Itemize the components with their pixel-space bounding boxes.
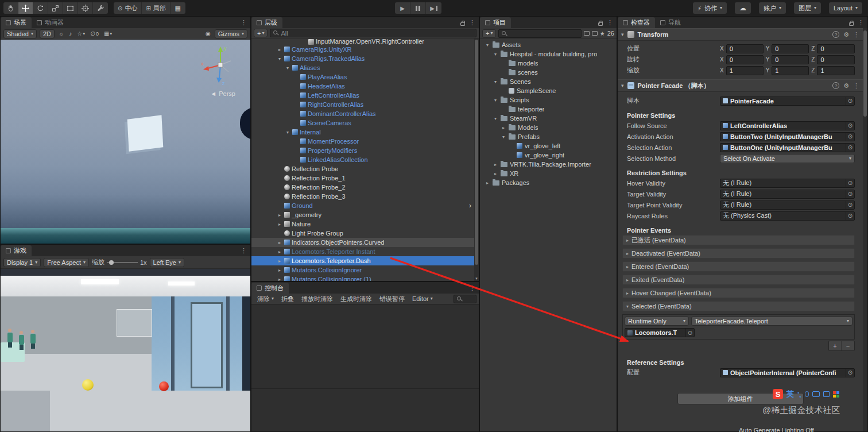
position-x-field[interactable]: 0 — [726, 44, 764, 53]
help-icon[interactable]: ? — [832, 31, 839, 38]
hierarchy-item[interactable]: ▸Locomotors.Teleporter.Dash — [251, 256, 474, 265]
project-item[interactable]: ▾SteamVR — [480, 114, 617, 123]
expand-arrow-icon[interactable]: ▾ — [485, 43, 490, 48]
project-item[interactable]: SampleScene — [480, 86, 617, 95]
expand-arrow-icon[interactable]: ▸ — [277, 268, 282, 273]
scrollbar-thumb[interactable] — [475, 40, 478, 265]
object-picker-icon[interactable]: ⊙ — [846, 369, 854, 377]
foldout-arrow-icon[interactable]: ▸ — [625, 264, 630, 269]
tab-inspector[interactable]: 检查器 — [618, 17, 655, 28]
console-collapse-toggle[interactable]: 折叠 — [278, 294, 297, 304]
game-viewport[interactable] — [1, 269, 250, 431]
object-picker-icon[interactable]: ⊙ — [846, 133, 854, 141]
grid-snap-button[interactable]: ▦ — [170, 2, 185, 14]
event-mode-dropdown[interactable]: Runtime Only ▾ — [625, 317, 689, 326]
zoom-slider[interactable] — [107, 262, 138, 263]
panel-menu-icon[interactable]: ⋮ — [607, 19, 613, 26]
ime-panel-icon[interactable] — [823, 391, 830, 397]
console-editor-dropdown[interactable]: Editor ▾ — [409, 295, 436, 303]
object-picker-icon[interactable]: ⊙ — [846, 144, 854, 152]
expand-arrow-icon[interactable]: ▸ — [277, 249, 282, 254]
event-add-button[interactable]: + — [829, 341, 842, 350]
lock-icon[interactable] — [460, 22, 465, 26]
expand-arrow-icon[interactable]: ▸ — [277, 47, 282, 52]
microphone-icon[interactable] — [805, 391, 809, 397]
expand-arrow-icon[interactable]: ▾ — [493, 116, 498, 121]
tab-hierarchy[interactable]: 层级 — [251, 17, 282, 28]
hierarchy-item[interactable]: Reflection Probe — [251, 164, 474, 173]
rotation-y-field[interactable]: 0 — [772, 55, 809, 64]
tab-animator[interactable]: 动画器 — [32, 17, 69, 28]
project-item[interactable]: ▾Assets — [480, 40, 617, 49]
foldout-arrow-icon[interactable]: ▸ — [625, 291, 630, 296]
rect-tool[interactable] — [63, 2, 78, 14]
transform-tool[interactable] — [78, 2, 93, 14]
expand-arrow-icon[interactable]: ▾ — [285, 65, 290, 71]
layers-dropdown[interactable]: 图层 ▾ — [794, 2, 821, 14]
hierarchy-item[interactable]: LinkedAliasCollection — [251, 155, 474, 164]
project-item[interactable]: ▾Scripts — [480, 95, 617, 105]
hierarchy-item[interactable]: ▸Mutators.CollisionIgnorer (1) — [251, 275, 474, 281]
expand-arrow-icon[interactable]: ▾ — [285, 130, 290, 135]
hierarchy-item[interactable]: ▸CameraRigs.UnityXR — [251, 45, 474, 54]
rotation-z-field[interactable]: 0 — [817, 55, 855, 64]
target-point-validity-field[interactable]: 无 (I Rule) ⊙ — [720, 200, 855, 210]
pause-button[interactable] — [410, 2, 426, 14]
project-item[interactable]: scenes — [480, 68, 617, 77]
search-by-type-icon[interactable] — [584, 31, 590, 36]
event-header[interactable]: ▸Hover Changed (EventData) — [622, 288, 855, 298]
expand-arrow-icon[interactable]: ▾ — [501, 134, 506, 140]
foldout-arrow-icon[interactable]: ▸ — [625, 251, 630, 256]
object-picker-icon[interactable]: ⊙ — [846, 97, 854, 105]
collab-dropdown[interactable]: ⚡ 协作 ▾ — [693, 2, 727, 14]
open-prefab-arrow-icon[interactable]: › — [469, 202, 473, 210]
project-item[interactable]: ▸VRTK.Tilia.Package.Importer — [480, 160, 617, 169]
expand-arrow-icon[interactable]: ▸ — [485, 180, 490, 186]
expand-arrow-icon[interactable]: ▾ — [493, 98, 498, 103]
scale-tool[interactable] — [48, 2, 63, 14]
hierarchy-item[interactable]: Reflection Probe_3 — [251, 192, 474, 201]
audio-toggle-icon[interactable]: ♪ — [68, 30, 73, 37]
event-header-selected[interactable]: ▾ Selected (EventData) — [622, 301, 855, 311]
custom-tool[interactable] — [93, 2, 108, 14]
project-item[interactable]: ▾Scenes — [480, 77, 617, 86]
tab-scene[interactable]: 场景 — [1, 17, 32, 28]
selection-method-dropdown[interactable]: Select On Activate ▾ — [720, 154, 855, 163]
object-picker-icon[interactable]: ⊙ — [846, 201, 854, 209]
console-clear-on-play-toggle[interactable]: 播放时清除 — [298, 294, 336, 304]
pointer-facade-component-header[interactable]: ▾ Pointer Facade （脚本） ? ⚙ ⋮ — [618, 79, 863, 92]
hierarchy-item[interactable]: ▾CameraRigs.TrackedAlias — [251, 54, 474, 63]
cloud-button[interactable]: ☁ — [735, 2, 751, 14]
favorites-star-icon[interactable]: ★ — [600, 30, 605, 37]
project-item[interactable]: teleporter — [480, 105, 617, 114]
object-picker-icon[interactable]: ⊙ — [846, 190, 854, 198]
hierarchy-item[interactable]: ▸Locomotors.Teleporter Instant — [251, 247, 474, 256]
lighting-toggle-icon[interactable]: ☼ — [57, 30, 65, 37]
project-item[interactable]: ▾Hospital - modular building, pro — [480, 49, 617, 59]
hierarchy-scrollbar[interactable]: ▾ — [474, 38, 479, 281]
2d-toggle[interactable]: 2D — [40, 29, 55, 38]
hierarchy-item[interactable]: SceneCameras — [251, 118, 474, 128]
event-header[interactable]: ▸Deactivated (EventData) — [622, 248, 855, 259]
console-clear-on-build-toggle[interactable]: 生成时清除 — [337, 294, 375, 304]
pivot-mode-button[interactable]: ⊙ 中心 — [114, 2, 142, 14]
position-z-field[interactable]: 0 — [817, 44, 855, 53]
step-button[interactable]: ▶ — [426, 2, 441, 14]
hidden-objects-toggle[interactable]: ∅0 — [89, 30, 100, 37]
panel-menu-icon[interactable]: ⋮ — [858, 19, 864, 26]
expand-arrow-icon[interactable]: ▸ — [277, 277, 282, 281]
console-log-area[interactable] — [251, 304, 479, 431]
account-dropdown[interactable]: 账户 ▾ — [759, 2, 786, 14]
rotation-x-field[interactable]: 0 — [726, 55, 764, 64]
event-header[interactable]: ▸Exited (EventData) — [622, 275, 855, 285]
hierarchy-item[interactable]: HeadsetAlias — [251, 82, 474, 91]
help-icon[interactable]: ? — [832, 82, 839, 89]
hierarchy-item[interactable]: ▸Indicators.ObjectPointers.Curved — [251, 238, 474, 247]
project-item[interactable]: vr_glove_right — [480, 151, 617, 160]
expand-arrow-icon[interactable]: ▸ — [493, 171, 498, 176]
expand-arrow-icon[interactable]: ▸ — [277, 259, 282, 264]
keyboard-icon[interactable] — [812, 391, 820, 397]
preset-icon[interactable]: ⚙ — [843, 82, 849, 90]
selection-action-field[interactable]: ButtonOne (UnityInputManagerBu ⊙ — [720, 143, 855, 152]
scale-y-field[interactable]: 1 — [772, 66, 809, 75]
